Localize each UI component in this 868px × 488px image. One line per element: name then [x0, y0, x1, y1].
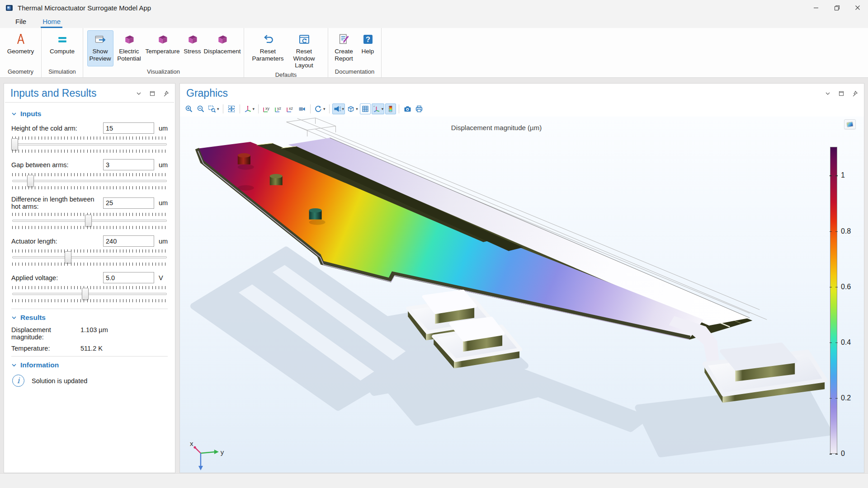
dropdown-caret-icon[interactable]: ▾: [382, 107, 384, 111]
tab-home[interactable]: Home: [41, 16, 62, 28]
xz-view-icon: xz: [286, 105, 295, 113]
panel-float-button[interactable]: [837, 89, 846, 98]
help-button[interactable]: ? Help: [358, 30, 378, 66]
svg-text:xy: xy: [265, 106, 270, 111]
pin-icon: [163, 90, 169, 97]
dropdown-caret-icon[interactable]: ▾: [323, 107, 326, 111]
axis-x-label: x: [190, 440, 193, 447]
print-button[interactable]: [414, 103, 425, 114]
stress-button[interactable]: Stress: [181, 30, 204, 66]
actuator-length-slider[interactable]: [11, 248, 168, 267]
ribbon-group-simulation: Compute Simulation: [42, 28, 83, 77]
result-temperature: Temperature: 511.2 K: [11, 345, 168, 352]
yz-view-button[interactable]: yz: [273, 103, 284, 114]
electric-potential-button[interactable]: Electric Potential: [114, 30, 144, 66]
actuator-length-input[interactable]: [103, 235, 154, 247]
compute-button[interactable]: Compute: [47, 30, 77, 66]
information-section-header[interactable]: Information: [11, 361, 168, 369]
xy-view-icon: xy: [262, 105, 271, 113]
slider-thumb[interactable]: [82, 288, 89, 300]
restore-icon: [834, 5, 840, 11]
rotate-view-button[interactable]: ▾: [313, 103, 326, 114]
ribbon-group-label: Documentation: [330, 67, 379, 77]
colorbar-gradient: [830, 147, 837, 454]
close-button[interactable]: [847, 0, 868, 15]
axis-orientation-button[interactable]: ▾: [372, 103, 385, 114]
restore-button[interactable]: [826, 0, 847, 15]
xz-view-button[interactable]: xz: [285, 103, 296, 114]
dropdown-caret-icon[interactable]: ▾: [342, 107, 344, 111]
image-snapshot-button[interactable]: [402, 103, 413, 114]
xy-view-button[interactable]: xy: [261, 103, 272, 114]
slider-track[interactable]: [12, 143, 167, 145]
transparency-button[interactable]: ▾: [346, 103, 359, 114]
reset-parameters-button[interactable]: Reset Parameters: [250, 30, 286, 66]
diff-hot-arms-slider[interactable]: [11, 211, 168, 231]
yz-view-icon: yz: [274, 105, 283, 113]
panel-pin-button[interactable]: [161, 89, 170, 98]
height-cold-arm-slider[interactable]: [11, 135, 168, 155]
ribbon-group-documentation: Create Report ? Help Documentation: [328, 28, 382, 77]
temperature-button[interactable]: Temperature: [145, 30, 180, 66]
dropdown-caret-icon[interactable]: ▾: [356, 107, 358, 111]
panel-collapse-button[interactable]: [134, 89, 143, 98]
create-report-button[interactable]: Create Report: [331, 30, 357, 66]
magenta-cube-icon: [156, 33, 170, 46]
color-legend-button[interactable]: [385, 103, 396, 114]
zoom-in-button[interactable]: [184, 103, 194, 114]
title-bar: Thermal Microactuator Surrogate Model Ap…: [0, 0, 868, 15]
plot-area[interactable]: x y z Displacement magnitude (µm) 1 0.8 …: [180, 117, 864, 473]
tab-file[interactable]: File: [14, 16, 28, 28]
field-diff-hot-arms: Difference in length between hot arms: u…: [11, 196, 168, 231]
zoom-extents-button[interactable]: [226, 103, 237, 114]
height-cold-arm-input[interactable]: [103, 122, 154, 134]
scene-camera-button[interactable]: [297, 103, 307, 114]
displacement-button[interactable]: Displacement: [205, 30, 240, 66]
zoom-out-button[interactable]: [195, 103, 206, 114]
slider-thumb[interactable]: [65, 251, 71, 263]
undo-icon: [261, 33, 275, 46]
gap-between-arms-input[interactable]: [103, 159, 154, 170]
slider-track[interactable]: [12, 293, 167, 295]
diff-hot-arms-input[interactable]: [103, 197, 154, 209]
show-preview-button[interactable]: Show Preview: [87, 30, 113, 66]
slider-ruler: [12, 186, 167, 189]
workspace: Inputs and Results Inputs: [0, 78, 868, 473]
dropdown-caret-icon[interactable]: ▾: [253, 107, 255, 111]
applied-voltage-input[interactable]: [103, 272, 154, 283]
zoom-box-button[interactable]: ▾: [207, 103, 220, 114]
ribbon-empty-space: [382, 28, 868, 77]
field-applied-voltage: Applied voltage: V: [11, 272, 168, 304]
result-label: Temperature:: [11, 345, 80, 352]
gap-between-arms-slider[interactable]: [11, 171, 168, 191]
scene-light-button[interactable]: ▾: [332, 103, 345, 114]
panel-pin-button[interactable]: [850, 89, 859, 98]
slider-track[interactable]: [12, 256, 167, 258]
dropdown-caret-icon[interactable]: ▾: [217, 107, 219, 111]
show-grid-button[interactable]: [360, 103, 371, 114]
minimize-button[interactable]: [806, 0, 826, 15]
panel-collapse-button[interactable]: [823, 89, 832, 98]
panel-float-button[interactable]: [148, 89, 157, 98]
slider-thumb[interactable]: [85, 215, 92, 227]
slider-thumb[interactable]: [27, 175, 34, 187]
zoom-out-icon: [197, 105, 205, 113]
geometry-button[interactable]: Geometry: [6, 30, 36, 66]
field-unit: um: [154, 238, 168, 245]
results-section-header[interactable]: Results: [11, 314, 168, 322]
slider-track[interactable]: [12, 180, 167, 182]
slider-ruler: [12, 299, 167, 302]
applied-voltage-slider[interactable]: [11, 284, 168, 304]
chevron-down-icon: [11, 315, 17, 320]
button-label: Temperature: [146, 48, 180, 55]
model-3d-scene[interactable]: x y z: [180, 117, 864, 473]
ribbon-group-label: Visualization: [85, 67, 242, 77]
reset-window-layout-button[interactable]: Reset Window Layout: [287, 30, 322, 70]
slider-ruler: [12, 249, 167, 253]
slider-thumb[interactable]: [11, 138, 18, 150]
inputs-section-header[interactable]: Inputs: [11, 110, 168, 118]
default-3d-view-button[interactable]: ▾: [243, 103, 256, 114]
axis-y-label: y: [221, 448, 224, 456]
field-unit: um: [154, 125, 168, 132]
color-legend-toggle-button[interactable]: [844, 119, 856, 129]
